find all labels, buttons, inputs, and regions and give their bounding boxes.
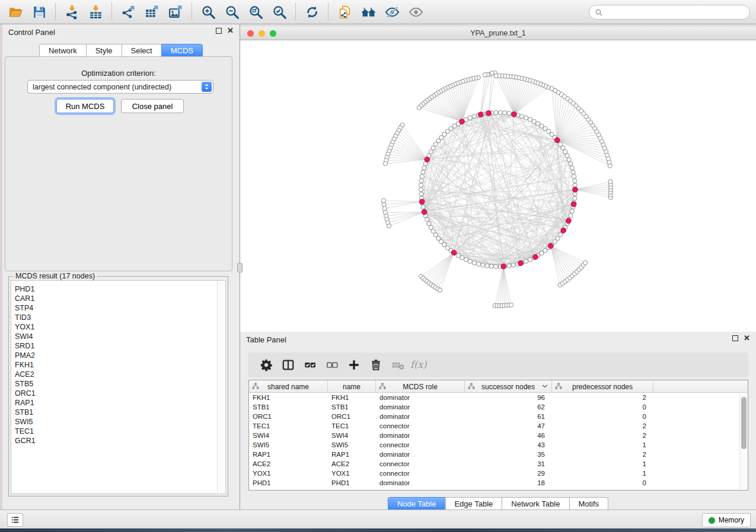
- column-header-successor-nodes[interactable]: successor nodes: [465, 380, 552, 393]
- mcds-result-list[interactable]: PHD1CAR1STP4TID3YOX1SWI4SRD1PMA2FKH1ACE2…: [11, 280, 226, 494]
- satellite-node[interactable]: [382, 206, 387, 210]
- dominator-node[interactable]: [451, 250, 457, 255]
- add-row-icon[interactable]: [343, 354, 365, 376]
- export-network-icon[interactable]: [116, 2, 140, 22]
- network-node[interactable]: [422, 166, 426, 170]
- network-node[interactable]: [524, 259, 528, 264]
- zoom-out-icon[interactable]: [220, 2, 244, 22]
- optimization-dropdown[interactable]: largest connected component (undirected): [27, 80, 213, 94]
- network-node[interactable]: [570, 209, 574, 213]
- column-header-shared-name[interactable]: shared name: [249, 380, 328, 393]
- show-eye-icon[interactable]: [404, 2, 428, 22]
- network-node[interactable]: [571, 170, 575, 174]
- refresh-icon[interactable]: [300, 2, 324, 22]
- tab-mcds[interactable]: MCDS: [161, 44, 203, 57]
- dominator-node[interactable]: [512, 112, 517, 117]
- network-canvas[interactable]: [240, 40, 756, 332]
- zoom-fit-icon[interactable]: [244, 2, 267, 22]
- table-row[interactable]: PHD1PHD1dominator180: [249, 478, 748, 488]
- network-node[interactable]: [532, 119, 536, 123]
- window-minimize-light[interactable]: [259, 30, 265, 37]
- satellite-node[interactable]: [381, 198, 385, 203]
- network-node[interactable]: [572, 174, 576, 178]
- run-mcds-button[interactable]: Run MCDS: [56, 99, 114, 113]
- network-node[interactable]: [481, 263, 485, 267]
- dominator-node[interactable]: [478, 112, 483, 117]
- tab-style[interactable]: Style: [86, 44, 122, 57]
- network-node[interactable]: [570, 166, 574, 170]
- network-node[interactable]: [419, 192, 423, 196]
- satellite-node[interactable]: [387, 224, 391, 228]
- network-node[interactable]: [419, 183, 423, 187]
- satellite-node[interactable]: [550, 86, 554, 91]
- network-node[interactable]: [573, 179, 577, 183]
- search-box[interactable]: [589, 5, 750, 20]
- dominator-node[interactable]: [419, 199, 425, 204]
- zoom-in-icon[interactable]: [196, 2, 220, 22]
- export-image-icon[interactable]: [164, 2, 187, 22]
- satellite-node[interactable]: [382, 203, 386, 207]
- network-node[interactable]: [468, 259, 472, 264]
- network-graph[interactable]: [240, 40, 756, 332]
- dominator-node[interactable]: [501, 264, 506, 269]
- table-row[interactable]: RAP1RAP1dominator352: [249, 450, 748, 459]
- network-node[interactable]: [425, 217, 429, 222]
- satellite-node[interactable]: [438, 288, 442, 292]
- network-node[interactable]: [421, 205, 425, 209]
- open-folder-icon[interactable]: [4, 2, 27, 22]
- satellite-node[interactable]: [608, 180, 613, 184]
- table-scrollbar-track[interactable]: [739, 393, 748, 489]
- zoom-selected-icon[interactable]: [267, 2, 291, 22]
- table-row[interactable]: ACE2ACE2connector311: [249, 459, 748, 469]
- import-network-icon[interactable]: [60, 2, 84, 22]
- column-header-predecessor-nodes[interactable]: predecessor nodes: [552, 380, 653, 393]
- network-node[interactable]: [565, 153, 569, 158]
- double-home-icon[interactable]: [356, 2, 380, 22]
- dominator-node[interactable]: [554, 137, 560, 143]
- clone-network-icon[interactable]: [333, 2, 356, 22]
- tab-select[interactable]: Select: [122, 44, 162, 57]
- dominator-node[interactable]: [533, 254, 538, 259]
- network-node[interactable]: [528, 258, 532, 262]
- network-node[interactable]: [419, 179, 423, 183]
- network-node[interactable]: [485, 264, 489, 268]
- network-node[interactable]: [489, 264, 493, 268]
- column-view-icon[interactable]: [277, 354, 299, 376]
- tab-network-table[interactable]: Network Table: [502, 497, 569, 511]
- network-node[interactable]: [494, 110, 498, 114]
- dominator-node[interactable]: [573, 187, 578, 193]
- table-row[interactable]: TEC1TEC1connector472: [249, 421, 748, 431]
- table-row[interactable]: SWI5SWI5connector431: [249, 440, 748, 450]
- network-node[interactable]: [460, 255, 464, 259]
- table-row[interactable]: STB1STB1dominator620: [249, 402, 748, 412]
- table-row[interactable]: ORC1ORC1dominator610: [249, 412, 748, 421]
- export-table-icon[interactable]: [140, 2, 164, 22]
- network-node[interactable]: [420, 174, 424, 178]
- network-node[interactable]: [429, 149, 433, 153]
- column-header-name[interactable]: name: [328, 380, 376, 393]
- dominator-node[interactable]: [571, 202, 576, 207]
- network-node[interactable]: [507, 264, 511, 268]
- window-close-light[interactable]: [247, 30, 254, 37]
- network-node[interactable]: [528, 117, 532, 121]
- deselect-all-icon[interactable]: [321, 354, 343, 376]
- network-node[interactable]: [468, 116, 472, 120]
- network-node[interactable]: [421, 170, 425, 174]
- dominator-node[interactable]: [548, 243, 553, 249]
- network-node[interactable]: [567, 158, 571, 162]
- select-all-icon[interactable]: [299, 354, 321, 376]
- network-node[interactable]: [573, 196, 577, 200]
- network-node[interactable]: [419, 187, 423, 191]
- table-row[interactable]: YOX1YOX1connector291: [249, 469, 748, 478]
- dominator-node[interactable]: [425, 157, 430, 162]
- table-scrollbar-thumb[interactable]: [741, 397, 747, 449]
- panel-splitter-handle[interactable]: [237, 263, 243, 273]
- table-row[interactable]: FKH1FKH1dominator962: [249, 393, 748, 402]
- dominator-node[interactable]: [422, 210, 427, 215]
- float-panel-icon[interactable]: [216, 28, 222, 34]
- network-node[interactable]: [573, 183, 577, 187]
- search-input[interactable]: [607, 8, 745, 17]
- close-panel-button[interactable]: Close panel: [121, 99, 184, 113]
- tab-edge-table[interactable]: Edge Table: [445, 497, 502, 511]
- delete-selected-icon[interactable]: [365, 354, 387, 376]
